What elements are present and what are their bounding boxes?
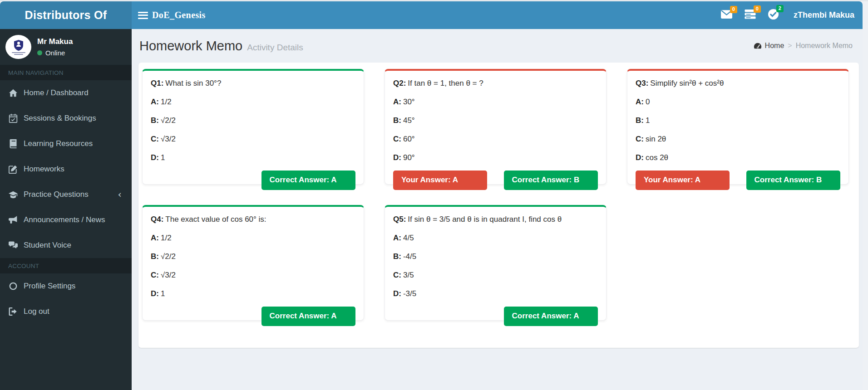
checks-badge: 2 [776,5,784,12]
option-row: D:cos 2θ [636,153,840,162]
option-row: C:3/5 [393,271,598,280]
option-row: A:0 [636,98,840,107]
sidebar-user-panel: Mr Makua Online [0,29,132,65]
answer-buttons-row: Correct Answer: A [151,307,355,326]
edit-icon [9,165,18,174]
page-subtitle: Activity Details [247,43,303,52]
option-row: A:1/2 [151,234,355,243]
nav-section-label: ACCOUNT [0,258,132,273]
question-text: Q1:What is sin 30°? [151,79,355,88]
graduation-cap-icon [9,190,18,199]
option-row: C:√3/2 [151,271,355,280]
sidebar-item-home-dashboard[interactable]: Home / Dashboard [0,80,132,106]
dashboard-icon [754,42,762,49]
question-card: Q5:If sin θ = 3/5 and θ is in quadrant I… [385,205,607,321]
question-text: Q2:If tan θ = 1, then θ = ? [393,79,598,88]
answer-buttons-row: Correct Answer: A [393,307,598,326]
chevron-left-icon: ‹ [118,191,122,198]
brand-title[interactable]: DoE_Genesis [152,10,206,20]
sidebar-item-homeworks[interactable]: Homeworks [0,156,132,182]
user-menu[interactable]: zThembi Makua [794,10,854,20]
sidebar-item-student-voice[interactable]: Student Voice [0,233,132,258]
comments-icon [9,241,18,249]
option-row: A:4/5 [393,234,598,243]
breadcrumb-home[interactable]: Home [754,42,784,50]
questions-panel: Q1:What is sin 30°? A:1/2 B:√2/2 C:√3/2 … [138,63,859,348]
option-row: C:sin 2θ [636,135,840,144]
bullhorn-icon [9,216,18,224]
content-header: Homework MemoActivity Details Home > Hom… [132,29,863,63]
tasks-badge: 0 [754,5,761,13]
sidebar-item-practice-questions[interactable]: Practice Questions ‹ [0,182,132,207]
question-text: Q4:The exact value of cos 60° is: [151,215,355,224]
option-row: B:√2/2 [151,116,355,125]
your-answer-button[interactable]: Your Answer: A [636,171,730,190]
option-row: B:-4/5 [393,252,598,261]
messages-badge: 0 [730,6,737,13]
book-icon [9,139,18,148]
app-window: Distributors Of DoE_Genesis 0 [0,1,863,390]
option-row: C:60° [393,135,598,144]
circle-outline-icon [9,282,18,290]
option-row: D:90° [393,153,598,162]
your-answer-button[interactable]: Your Answer: A [393,171,487,190]
option-row: A:30° [393,98,598,107]
correct-answer-button[interactable]: Correct Answer: B [746,171,840,190]
question-text: Q5:If sin θ = 3/5 and θ is in quadrant I… [393,215,598,224]
sidebar-item-profile-settings[interactable]: Profile Settings [0,273,132,299]
correct-answer-button[interactable]: Correct Answer: B [504,171,598,190]
tasks-button[interactable]: 0 [745,10,756,21]
nav-section-label: MAIN NAVIGATION [0,65,132,80]
question-card: Q4:The exact value of cos 60° is: A:1/2 … [142,205,364,321]
correct-answer-button[interactable]: Correct Answer: A [261,307,355,326]
sidebar-item-announcements-news[interactable]: Announcements / News [0,207,132,233]
option-row: B:45° [393,116,598,125]
sidebar-user-status: Online [37,49,73,57]
option-row: A:1/2 [151,98,355,107]
top-navbar: DoE_Genesis 0 0 [132,1,863,29]
option-row: D:1 [151,153,355,162]
sidebar-item-log-out[interactable]: Log out [0,299,132,324]
online-dot-icon [37,50,42,55]
app-logo[interactable]: Distributors Of [0,1,132,29]
messages-button[interactable]: 0 [721,10,732,20]
content-area: Homework MemoActivity Details Home > Hom… [132,29,863,390]
sidebar-item-learning-resources[interactable]: Learning Resources [0,131,132,156]
correct-answer-button[interactable]: Correct Answer: A [504,307,598,326]
answer-buttons-row: Your Answer: A Correct Answer: B [393,171,598,190]
option-row: D:1 [151,289,355,298]
avatar [5,35,31,59]
logout-icon [9,307,18,316]
question-card: Q2:If tan θ = 1, then θ = ? A:30° B:45° … [385,69,607,185]
main-header: Distributors Of DoE_Genesis 0 [0,1,863,29]
option-row: C:√3/2 [151,135,355,144]
questions-grid: Q1:What is sin 30°? A:1/2 B:√2/2 C:√3/2 … [142,69,849,321]
checks-button[interactable]: 2 [768,9,779,21]
sidebar-item-sessions-bookings[interactable]: Sessions & Bookings [0,106,132,131]
question-text: Q3:Simplify sin²θ + cos²θ [636,79,840,88]
question-card: Q3:Simplify sin²θ + cos²θ A:0 B:1 C:sin … [627,69,849,185]
option-row: D:-3/5 [393,289,598,298]
breadcrumb-current: Homework Memo [796,42,853,50]
page-title: Homework Memo [139,39,242,53]
breadcrumb: Home > Homework Memo [754,42,853,50]
sidebar: Mr Makua Online MAIN NAVIGATION Home / D… [0,29,132,390]
hamburger-icon[interactable] [138,12,148,19]
home-icon [9,89,18,97]
question-card: Q1:What is sin 30°? A:1/2 B:√2/2 C:√3/2 … [142,69,364,185]
sidebar-user-name: Mr Makua [37,37,73,46]
answer-buttons-row: Your Answer: A Correct Answer: B [636,171,840,190]
calendar-check-icon [9,114,18,123]
option-row: B:√2/2 [151,252,355,261]
breadcrumb-separator: > [788,42,792,50]
correct-answer-button[interactable]: Correct Answer: A [261,171,355,190]
option-row: B:1 [636,116,840,125]
answer-buttons-row: Correct Answer: A [151,171,355,190]
